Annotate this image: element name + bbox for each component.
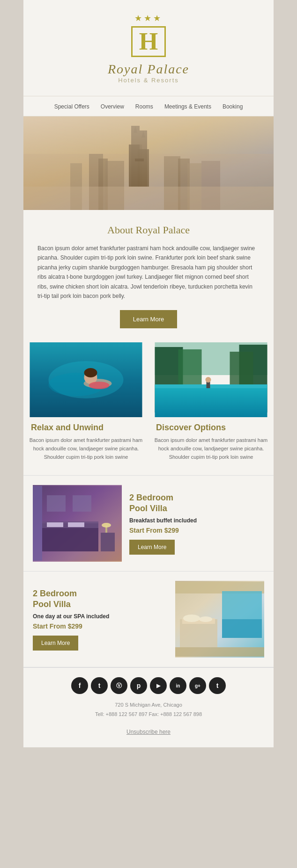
room-title-1: 2 BedroomPool Villa [129,492,264,514]
svg-point-43 [102,523,111,528]
relax-card: Relax and Unwind Bacon ipsum dolor amet … [23,342,148,466]
svg-rect-41 [101,533,115,551]
header: ★★★ H Royal Palace Hotels & Resorts [23,0,274,96]
relax-card-text: Bacon ipsum dolor amet frankfurter pastr… [28,436,144,461]
svg-point-25 [89,382,110,389]
svg-rect-39 [68,522,84,527]
discover-card-text: Bacon ipsum dolor amet frankfurter pastr… [153,436,269,461]
pinterest-icon[interactable]: p [130,677,147,694]
youtube-icon[interactable]: ▶ [150,677,167,694]
svg-rect-38 [47,522,63,527]
hero-image [23,116,274,210]
svg-rect-31 [155,384,267,417]
room-include-1: Breakfast buffet included [129,517,264,524]
room-price-1: Start From $299 [129,527,264,534]
svg-rect-49 [222,619,262,638]
relax-image [28,342,144,417]
svg-rect-32 [155,384,267,388]
room-include-2: One day at our SPA included [33,613,168,620]
room-info-2: 2 BedroomPool Villa One day at our SPA i… [33,581,168,658]
svg-point-52 [183,615,200,622]
instagram-icon[interactable]: Ⓥ [111,677,127,694]
unsubscribe-link[interactable]: Unsubscribe here [33,724,264,743]
about-text: Bacon ipsum dolor amet frankfurter pastr… [37,244,260,301]
svg-rect-54 [175,647,264,657]
feature-cards: Relax and Unwind Bacon ipsum dolor amet … [23,342,274,475]
about-learn-more-button[interactable]: Learn More [120,310,177,328]
footer: f t Ⓥ p ▶ in g+ t 720 S Michigan Ave, Ch… [23,667,274,747]
discover-card: Discover Options Bacon ipsum dolor amet … [148,342,274,466]
svg-rect-45 [73,495,91,512]
nav-overview[interactable]: Overview [101,103,124,110]
footer-address: 720 S Michigan Ave, Chicago Tell: +888 1… [33,701,264,719]
social-icons-row: f t Ⓥ p ▶ in g+ t [33,677,264,694]
room-price-2: Start From $299 [33,622,168,630]
svg-rect-18 [23,187,274,210]
twitter-icon[interactable]: t [91,677,108,694]
tumblr-icon[interactable]: t [209,677,226,694]
relax-card-title: Relax and Unwind [28,423,144,433]
svg-point-23 [84,368,97,377]
svg-point-34 [206,377,211,383]
nav-booking[interactable]: Booking [223,103,243,110]
room-learn-more-button-2[interactable]: Learn More [33,636,78,651]
nav-meetings-events[interactable]: Meetings & Events [164,103,211,110]
room-image-1 [33,485,122,562]
room-image-2 [175,581,264,658]
nav-rooms[interactable]: Rooms [135,103,153,110]
logo-letter: H [131,26,166,57]
room-section-2: 2 BedroomPool Villa One day at our SPA i… [23,571,274,667]
svg-rect-40 [33,486,42,561]
linkedin-icon[interactable]: in [170,677,186,694]
googleplus-icon[interactable]: g+ [189,677,206,694]
hotel-name: Royal Palace [33,62,264,77]
facebook-icon[interactable]: f [71,677,88,694]
svg-point-53 [199,616,212,622]
nav-special-offers[interactable]: Special Offers [54,103,89,110]
svg-rect-44 [47,495,66,512]
about-title: About Royal Palace [37,224,260,236]
hotel-subtitle: Hotels & Resorts [33,77,264,84]
about-section: About Royal Palace Bacon ipsum dolor ame… [23,210,274,342]
room-title-2: 2 BedroomPool Villa [33,588,168,610]
discover-image [153,342,269,417]
navigation: Special Offers Overview Rooms Meetings &… [23,96,274,116]
discover-card-title: Discover Options [153,423,269,433]
room-info-1: 2 BedroomPool Villa Breakfast buffet inc… [129,485,264,562]
room-learn-more-button-1[interactable]: Learn More [129,540,175,555]
room-section-1: 2 BedroomPool Villa Breakfast buffet inc… [23,476,274,571]
stars-icon: ★★★ [33,13,264,23]
